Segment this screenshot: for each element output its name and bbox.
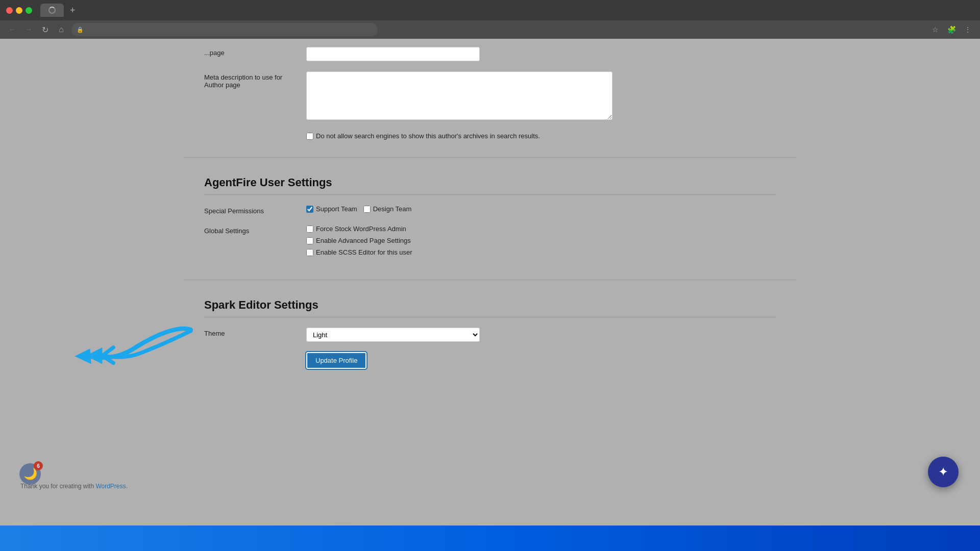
meta-description-textarea[interactable] — [306, 71, 612, 120]
top-input-field — [306, 47, 776, 61]
top-truncated-section: ...page Meta description to use for Auth… — [184, 39, 796, 152]
theme-label: Theme — [204, 328, 306, 337]
arrow-annotation — [66, 314, 199, 381]
noindex-text: Do not allow search engines to show this… — [316, 132, 540, 140]
meta-description-row: Meta description to use for Author page — [204, 71, 776, 122]
home-button[interactable]: ⌂ — [55, 23, 67, 36]
theme-field: Light Dark Auto — [306, 328, 776, 342]
special-permissions-row: Special Permissions Support Team Design … — [204, 205, 776, 215]
nav-right-controls: ☆ 🧩 ⋮ — [929, 23, 974, 36]
enable-scss-label[interactable]: Enable SCSS Editor for this user — [306, 248, 776, 256]
update-profile-row: Update Profile — [204, 352, 776, 369]
svg-marker-1 — [75, 348, 91, 364]
force-stock-text: Force Stock WordPress Admin — [316, 225, 406, 233]
design-team-checkbox-label[interactable]: Design Team — [363, 205, 412, 213]
noindex-checkbox-label[interactable]: Do not allow search engines to show this… — [306, 132, 776, 140]
footer-suffix: . — [126, 483, 128, 490]
enable-scss-checkbox[interactable] — [306, 249, 313, 256]
bookmark-button[interactable]: ☆ — [929, 23, 941, 36]
extensions-button[interactable]: 🧩 — [945, 23, 958, 36]
special-permissions-label: Special Permissions — [204, 205, 306, 215]
top-input-label: ...page — [204, 47, 306, 57]
agentfire-section-title: AgentFire User Settings — [204, 176, 776, 195]
enable-advanced-label[interactable]: Enable Advanced Page Settings — [306, 237, 776, 244]
svg-marker-0 — [86, 347, 102, 364]
support-team-text: Support Team — [316, 205, 357, 213]
nav-bar: ← → ↻ ⌂ 🔒 ☆ 🧩 ⋮ — [0, 20, 980, 39]
theme-row: Theme Light Dark Auto — [204, 328, 776, 342]
special-permissions-checkboxes: Support Team Design Team — [306, 205, 776, 213]
content-inner: ...page Meta description to use for Auth… — [184, 39, 796, 387]
bottom-strip — [0, 525, 980, 551]
theme-select[interactable]: Light Dark Auto — [306, 328, 480, 342]
force-stock-label[interactable]: Force Stock WordPress Admin — [306, 225, 776, 233]
minimize-button[interactable] — [16, 7, 22, 14]
separator-2 — [184, 280, 796, 280]
wordpress-link[interactable]: WordPress — [95, 483, 126, 490]
meta-description-label: Meta description to use for Author page — [204, 71, 306, 89]
avatar-wrapper: 🌙 6 — [19, 463, 41, 485]
traffic-lights — [6, 7, 32, 14]
noindex-checkbox[interactable] — [306, 133, 313, 140]
forward-button[interactable]: → — [22, 23, 35, 36]
top-text-input[interactable] — [306, 47, 480, 61]
notification-badge: 6 — [34, 461, 43, 470]
special-permissions-field: Support Team Design Team — [306, 205, 776, 213]
browser-tab[interactable] — [40, 4, 64, 17]
noindex-row: Do not allow search engines to show this… — [204, 132, 776, 140]
noindex-field: Do not allow search engines to show this… — [306, 132, 776, 140]
design-team-text: Design Team — [373, 205, 412, 213]
browser-chrome: + — [0, 0, 980, 20]
enable-advanced-checkbox[interactable] — [306, 237, 313, 244]
global-settings-label: Global Settings — [204, 225, 306, 235]
menu-button[interactable]: ⋮ — [962, 23, 974, 36]
lock-icon: 🔒 — [77, 27, 84, 33]
separator-1 — [184, 157, 796, 158]
maximize-button[interactable] — [26, 7, 32, 14]
spark-section-title: Spark Editor Settings — [204, 298, 776, 317]
update-profile-label-spacer — [204, 352, 306, 354]
ai-chat-widget[interactable]: ✦ — [928, 457, 959, 487]
agentfire-section: AgentFire User Settings Special Permissi… — [184, 168, 796, 274]
page-content: ...page Meta description to use for Auth… — [0, 39, 980, 525]
meta-description-field — [306, 71, 776, 122]
back-button[interactable]: ← — [6, 23, 18, 36]
top-input-row: ...page — [204, 47, 776, 61]
global-settings-row: Global Settings Force Stock WordPress Ad… — [204, 225, 776, 256]
enable-scss-text: Enable SCSS Editor for this user — [316, 248, 412, 256]
update-profile-button[interactable]: Update Profile — [306, 352, 366, 369]
new-tab-button[interactable]: + — [70, 6, 76, 15]
close-button[interactable] — [6, 7, 13, 14]
address-bar[interactable]: 🔒 — [71, 23, 378, 36]
enable-advanced-text: Enable Advanced Page Settings — [316, 237, 411, 244]
design-team-checkbox[interactable] — [363, 206, 371, 213]
reload-button[interactable]: ↻ — [39, 23, 51, 36]
update-profile-field: Update Profile — [306, 352, 776, 369]
force-stock-checkbox[interactable] — [306, 226, 313, 233]
global-settings-field: Force Stock WordPress Admin Enable Advan… — [306, 225, 776, 256]
notif-avatar-container: 🌙 6 — [19, 463, 41, 485]
spark-section: Spark Editor Settings Theme Light Dark A… — [184, 290, 796, 387]
global-settings-checkboxes: Force Stock WordPress Admin Enable Advan… — [306, 225, 776, 256]
support-team-checkbox-label[interactable]: Support Team — [306, 205, 357, 213]
ai-widget-icon: ✦ — [938, 465, 948, 479]
support-team-checkbox[interactable] — [306, 206, 313, 213]
tab-spinner-icon — [48, 7, 56, 14]
noindex-label-spacer — [204, 132, 306, 134]
